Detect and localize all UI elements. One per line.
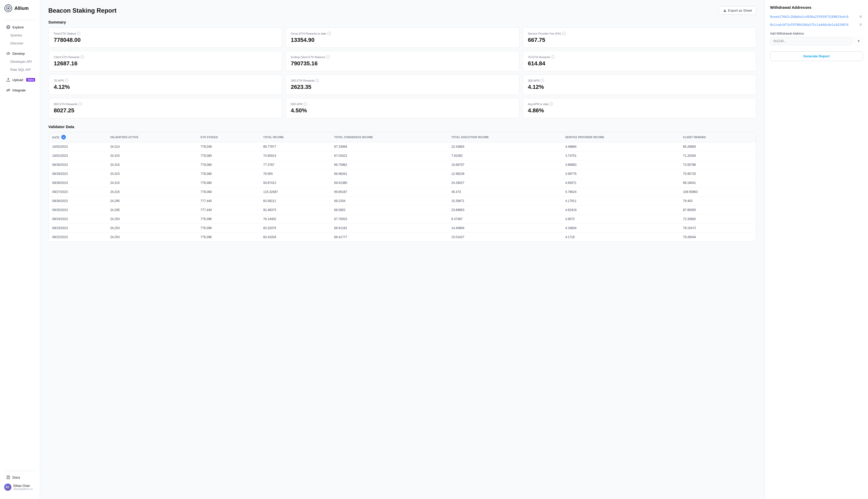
cell-total-execution-income: 10.66707 xyxy=(448,160,562,169)
page-title: Beacon Staking Report xyxy=(48,7,117,14)
address-link[interactable]: 0xeee27662c2b8eba3cd936a23f039f3189633e4… xyxy=(770,15,848,19)
address-list: 0xeee27662c2b8eba3cd936a23f039f3189633e4… xyxy=(770,14,863,28)
info-icon[interactable]: i xyxy=(65,79,68,82)
col-total-execution-income[interactable]: TOTAL EXECUTION INCOME xyxy=(448,132,562,142)
cell-service-provider-income: 4.69371 xyxy=(562,179,679,187)
sidebar-item-discover[interactable]: Discover xyxy=(2,39,38,47)
cell-total-consensus-income: 68.2254 xyxy=(330,197,448,206)
globe-icon xyxy=(6,25,10,29)
cell-service-provider-income: 3.8072 xyxy=(562,215,679,224)
sidebar-item-integrate[interactable]: Integrate xyxy=(2,86,38,94)
info-icon[interactable]: i xyxy=(550,102,553,106)
sidebar-item-explore[interactable]: Explore xyxy=(2,23,38,31)
cell-eth-staked: 778,080 xyxy=(197,151,260,160)
info-icon[interactable]: i xyxy=(551,55,554,59)
cell-total-execution-income: 12.99239 xyxy=(448,169,562,179)
cell-service-provider-income: 3.99775 xyxy=(562,169,679,179)
card-value: 4.86% xyxy=(528,107,751,114)
info-icon[interactable]: i xyxy=(79,102,82,106)
card-avg-apr: Avg APR to date i 4.86% xyxy=(522,98,756,118)
cell-client-reward: 73.50786 xyxy=(679,160,756,169)
cell-eth-staked: 778,080 xyxy=(197,169,260,179)
cell-date: 10/02/2023 xyxy=(49,142,107,151)
card-label: 7D APR i xyxy=(54,79,277,82)
cell-total-consensus-income: 67.03422 xyxy=(330,151,448,160)
sidebar-bottom: Docs EC Ethan Chan ethan@allium.so xyxy=(0,467,40,495)
card-value: 790735.16 xyxy=(291,60,514,67)
col-total-consensus-income[interactable]: TOTAL CONSENSUS INCOME xyxy=(330,132,448,142)
cell-validators-active: 24,253 xyxy=(107,233,197,242)
validator-table: DATE VALIDATORS ACTIVE ETH STAKED xyxy=(49,132,756,242)
table-row: 09/26/2023 24,295 777,440 83.58211 68.22… xyxy=(49,197,756,206)
cell-total-execution-income: 14.40894 xyxy=(448,224,562,233)
info-icon[interactable]: i xyxy=(562,32,566,35)
sidebar-item-raw-sql-api[interactable]: Raw SQL API xyxy=(2,65,38,74)
card-label: 90D APR i xyxy=(291,102,514,106)
nav-develop-section: Develop Developer API Raw SQL API xyxy=(0,48,40,75)
sidebar-item-queries[interactable]: Queries xyxy=(2,31,38,39)
card-gross-eth-rewards: Gross ETH Rewards to date i 13354.90 xyxy=(285,27,519,48)
cell-date: 10/01/2023 xyxy=(49,151,107,160)
col-validators-active[interactable]: VALIDATORS ACTIVE xyxy=(107,132,197,142)
add-address-section: Add Withdrawal Address + xyxy=(770,32,863,45)
info-icon[interactable]: i xyxy=(326,55,330,59)
cell-date: 09/27/2023 xyxy=(49,187,107,197)
cell-date: 09/29/2023 xyxy=(49,169,107,179)
allium-logo-icon xyxy=(4,4,12,12)
address-link[interactable]: 0x1cedc0f3af8f9841b0a1f5c1a4ddc6e1a16290… xyxy=(770,23,848,27)
card-value: 2623.35 xyxy=(291,84,514,90)
nav-upload-section: Upload Alpha xyxy=(0,75,40,85)
cell-client-reward: 89.18041 xyxy=(679,179,756,187)
col-client-reward[interactable]: CLIENT REWARD xyxy=(679,132,756,142)
sidebar-item-docs[interactable]: Docs xyxy=(2,473,38,482)
card-value: 4.12% xyxy=(54,84,277,90)
cell-total-consensus-income: 69.85187 xyxy=(330,187,448,197)
col-total-income[interactable]: TOTAL INCOME xyxy=(260,132,331,142)
cell-service-provider-income: 4.1716 xyxy=(562,233,679,242)
sidebar-item-upload[interactable]: Upload Alpha xyxy=(2,76,38,84)
info-icon[interactable]: i xyxy=(77,32,80,35)
card-label: Service Provider Fee (5%) i xyxy=(528,32,751,35)
info-icon[interactable]: i xyxy=(541,79,544,82)
add-withdrawal-address-input[interactable] xyxy=(770,37,853,45)
sidebar-item-develop[interactable]: Develop xyxy=(2,49,38,58)
card-ending-client-eth: Ending Client ETH Balance i 790735.16 xyxy=(285,51,519,71)
remove-address-button[interactable]: ✕ xyxy=(858,14,863,20)
info-icon[interactable]: i xyxy=(304,102,307,106)
export-sheet-button[interactable]: Export as Sheet xyxy=(719,6,757,15)
card-value: 12687.16 xyxy=(54,60,277,67)
col-service-provider-income[interactable]: SERVICE PROVIDER INCOME xyxy=(562,132,679,142)
user-profile[interactable]: EC Ethan Chan ethan@allium.so xyxy=(0,482,40,493)
nav-integrate-section: Integrate xyxy=(0,85,40,95)
cell-total-consensus-income: 67.33994 xyxy=(330,142,448,151)
col-eth-staked[interactable]: ETH STAKED xyxy=(197,132,260,142)
date-sort-badge[interactable] xyxy=(61,135,66,139)
card-value: 4.12% xyxy=(528,84,751,90)
info-icon[interactable]: i xyxy=(81,55,84,59)
cell-service-provider-income: 3.86883 xyxy=(562,160,679,169)
info-icon[interactable]: i xyxy=(315,79,319,82)
cell-validators-active: 24,315 xyxy=(107,160,197,169)
generate-report-button[interactable]: Generate Report xyxy=(770,51,863,61)
remove-address-button[interactable]: ✕ xyxy=(858,22,863,28)
card-label: Gross ETH Rewards to date i xyxy=(291,32,514,35)
cell-date: 09/28/2023 xyxy=(49,179,107,187)
card-value: 8027.25 xyxy=(54,107,277,114)
export-label: Export as Sheet xyxy=(728,9,752,12)
cell-service-provider-income: 4.48894 xyxy=(562,142,679,151)
cell-total-income: 79.955 xyxy=(260,169,331,179)
cell-eth-staked: 776,096 xyxy=(197,233,260,242)
info-icon[interactable]: i xyxy=(327,32,331,35)
col-date[interactable]: DATE xyxy=(49,132,107,142)
card-30d-eth-rewards: 30D ETH Rewards i 2623.35 xyxy=(285,74,519,95)
address-item: 0xeee27662c2b8eba3cd936a23f039f3189633e4… xyxy=(770,14,863,20)
docs-icon xyxy=(6,475,10,479)
sidebar-item-developer-api[interactable]: Developer API xyxy=(2,58,38,65)
cell-total-execution-income: 15.01427 xyxy=(448,233,562,242)
cell-total-income: 115.32487 xyxy=(260,187,331,197)
cell-service-provider-income: 3.74751 xyxy=(562,151,679,160)
add-address-button[interactable]: + xyxy=(855,37,863,45)
sidebar-logo[interactable]: Allium xyxy=(0,4,40,17)
cell-eth-staked: 777,440 xyxy=(197,206,260,215)
cell-total-execution-income: 15.35671 xyxy=(448,197,562,206)
